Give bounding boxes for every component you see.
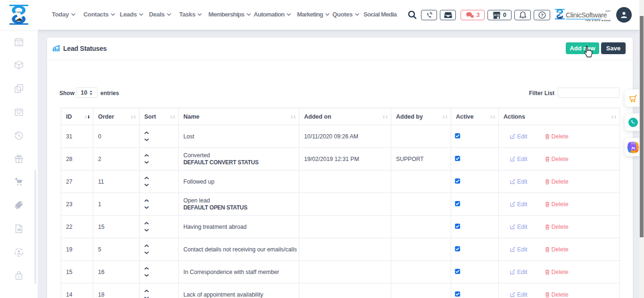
svg-text:?: ?: [541, 13, 544, 17]
svg-text:.com: .com: [605, 9, 611, 12]
svg-text:12: 12: [17, 41, 21, 46]
svg-text:TEN STEPS AHEAD: TEN STEPS AHEAD: [586, 19, 611, 22]
svg-text:AI: AI: [631, 146, 635, 150]
svg-text:ClinicSoftware: ClinicSoftware: [566, 11, 607, 19]
